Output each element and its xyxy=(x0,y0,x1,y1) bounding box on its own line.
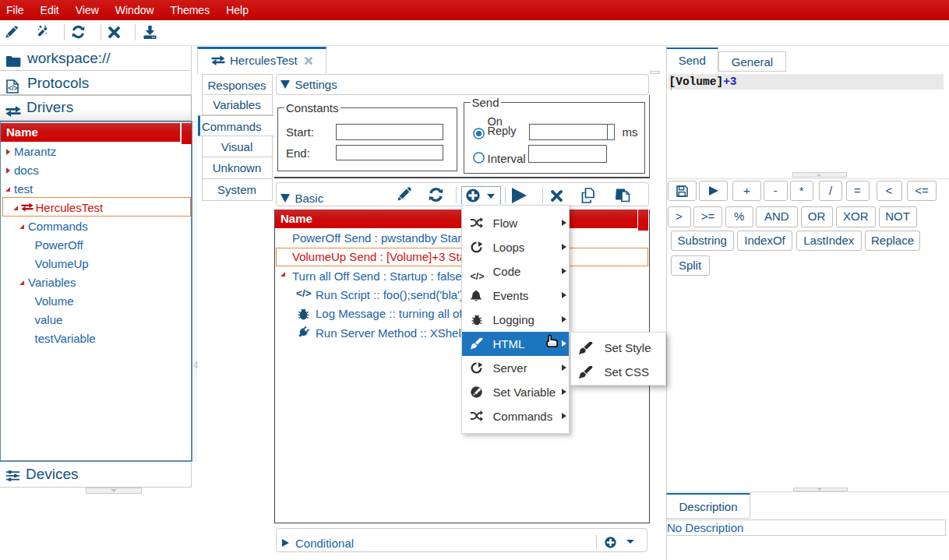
svg-text:</>: </> xyxy=(8,84,17,92)
